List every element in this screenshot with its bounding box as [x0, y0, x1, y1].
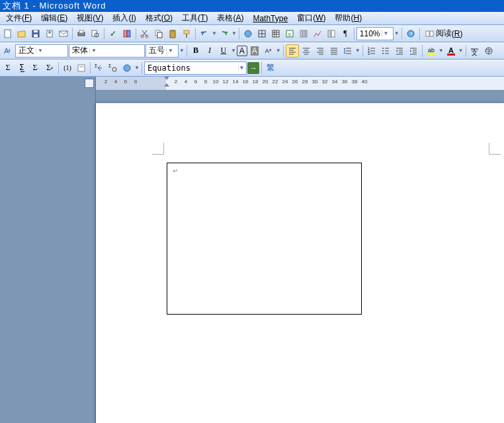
- paren-num-button[interactable]: (1): [61, 61, 74, 75]
- workspace: ↵: [0, 90, 504, 423]
- char-shading-button[interactable]: A: [248, 44, 261, 58]
- undo-button[interactable]: [198, 27, 211, 40]
- menu-edit[interactable]: 编辑(E): [36, 12, 72, 24]
- open-button[interactable]: [15, 27, 28, 40]
- excel-button[interactable]: X: [283, 27, 296, 40]
- svg-text:文: 文: [472, 50, 478, 56]
- titlebar: 文档 1 - Microsoft Word: [0, 0, 504, 12]
- svg-point-72: [382, 53, 384, 54]
- traditional-button[interactable]: 繁: [264, 61, 277, 75]
- sigma-button[interactable]: Σ: [1, 61, 15, 75]
- enclose-button[interactable]: 字: [482, 44, 495, 58]
- menu-mathtype[interactable]: MathType: [248, 13, 292, 24]
- svg-point-5: [48, 31, 51, 34]
- margin-corner-tl: [152, 143, 164, 155]
- svg-text:X: X: [288, 32, 292, 38]
- svg-rect-19: [184, 30, 189, 34]
- menu-window[interactable]: 窗口(W): [292, 12, 330, 24]
- bullets-button[interactable]: [379, 44, 392, 58]
- text-box[interactable]: ↵: [167, 163, 362, 315]
- insert-table-button[interactable]: [269, 27, 282, 40]
- svg-rect-2: [34, 34, 38, 37]
- font-color-button[interactable]: A: [444, 44, 458, 58]
- research-button[interactable]: [120, 27, 134, 40]
- svg-rect-12: [127, 30, 130, 37]
- menu-help[interactable]: 帮助(H): [330, 12, 366, 24]
- highlight-button[interactable]: ab: [425, 44, 438, 58]
- fontsize-value: 五号: [149, 45, 165, 56]
- horizontal-ruler[interactable]: 2468246810121416182022242628303234363840: [96, 77, 504, 90]
- svg-point-21: [245, 30, 251, 37]
- align-left-button[interactable]: [286, 44, 299, 58]
- italic-button[interactable]: I: [203, 44, 216, 58]
- cut-button[interactable]: [138, 27, 151, 40]
- font-dropdown[interactable]: 宋体 ▼: [69, 44, 145, 58]
- menu-insert[interactable]: 插入(I): [108, 12, 140, 24]
- align-right-button[interactable]: [314, 44, 327, 58]
- svg-rect-33: [303, 30, 305, 37]
- align-distribute-button[interactable]: [327, 44, 341, 58]
- chapter-button[interactable]: [75, 61, 88, 75]
- svg-text:4: 4: [8, 48, 11, 53]
- svg-point-68: [382, 48, 384, 49]
- email-button[interactable]: [57, 27, 70, 40]
- align-center-button[interactable]: [300, 44, 313, 58]
- zoom-dropdown[interactable]: 110% ▼: [357, 27, 394, 40]
- prev-eq-button[interactable]: Σ: [93, 61, 106, 75]
- dec-indent-button[interactable]: [393, 44, 406, 58]
- go-button[interactable]: →: [247, 62, 259, 74]
- menu-file[interactable]: 文件(F): [1, 12, 36, 24]
- spellcheck-button[interactable]: ✓: [106, 27, 120, 40]
- equations-dropdown[interactable]: Equations ▼: [144, 61, 247, 75]
- sigma-under-button[interactable]: Σ̲: [15, 61, 28, 75]
- svg-rect-11: [124, 30, 127, 37]
- numbering-button[interactable]: 123: [365, 44, 378, 58]
- next-eq-button[interactable]: Σ: [106, 61, 120, 75]
- document-page[interactable]: ↵: [96, 103, 504, 423]
- new-doc-button[interactable]: [1, 27, 15, 40]
- paste-button[interactable]: [166, 27, 179, 40]
- hyperlink-button[interactable]: [241, 27, 255, 40]
- svg-point-95: [124, 65, 130, 71]
- style-dropdown[interactable]: 正文 ▼: [15, 44, 68, 58]
- svg-rect-40: [430, 31, 433, 36]
- print-preview-button[interactable]: [89, 27, 102, 40]
- menu-view[interactable]: 视图(V): [72, 12, 108, 24]
- svg-rect-39: [426, 31, 429, 36]
- tab-selector[interactable]: [0, 77, 96, 90]
- ruler-area: 2468246810121416182022242628303234363840: [0, 77, 504, 90]
- eq-prefs-button[interactable]: [120, 61, 134, 75]
- svg-rect-32: [300, 30, 302, 37]
- inc-indent-button[interactable]: [407, 44, 420, 58]
- char-border-button[interactable]: A: [237, 46, 247, 56]
- menu-tools[interactable]: 工具(T): [177, 12, 212, 24]
- bold-button[interactable]: B: [189, 44, 202, 58]
- sigma-num-button[interactable]: Σ#: [43, 61, 56, 75]
- help-button[interactable]: ?: [404, 27, 417, 40]
- svg-text:Σ: Σ: [95, 63, 98, 68]
- read-mode-button[interactable]: 阅读(R): [422, 27, 466, 40]
- menu-format[interactable]: 格式(O): [141, 12, 177, 24]
- styles-pane-button[interactable]: A4: [1, 44, 15, 58]
- svg-text:Σ: Σ: [108, 63, 112, 68]
- print-button[interactable]: [75, 27, 88, 40]
- fontsize-dropdown[interactable]: 五号 ▼: [146, 44, 179, 58]
- char-case-button[interactable]: Aᵃ: [262, 44, 275, 58]
- copy-button[interactable]: [152, 27, 165, 40]
- menu-table[interactable]: 表格(A): [212, 12, 248, 24]
- columns-button[interactable]: [297, 27, 310, 40]
- show-marks-button[interactable]: ¶: [339, 27, 352, 40]
- drawing-button[interactable]: [311, 27, 324, 40]
- format-painter-button[interactable]: [180, 27, 193, 40]
- svg-point-94: [112, 67, 116, 71]
- sigma-line-button[interactable]: Σ-: [29, 61, 42, 75]
- docmap-button[interactable]: [325, 27, 338, 40]
- save-button[interactable]: [29, 27, 42, 40]
- underline-button[interactable]: U: [217, 44, 230, 58]
- tables-borders-button[interactable]: [255, 27, 269, 40]
- line-spacing-button[interactable]: [341, 44, 355, 58]
- phonetic-button[interactable]: wen文: [468, 44, 482, 58]
- permission-button[interactable]: [43, 27, 56, 40]
- redo-button[interactable]: [218, 27, 231, 40]
- toolbar-formatting: A4 正文 ▼ 宋体 ▼ 五号 ▼ ▼ B I U ▼ A A Aᵃ ▼ ▼ 1…: [0, 42, 504, 59]
